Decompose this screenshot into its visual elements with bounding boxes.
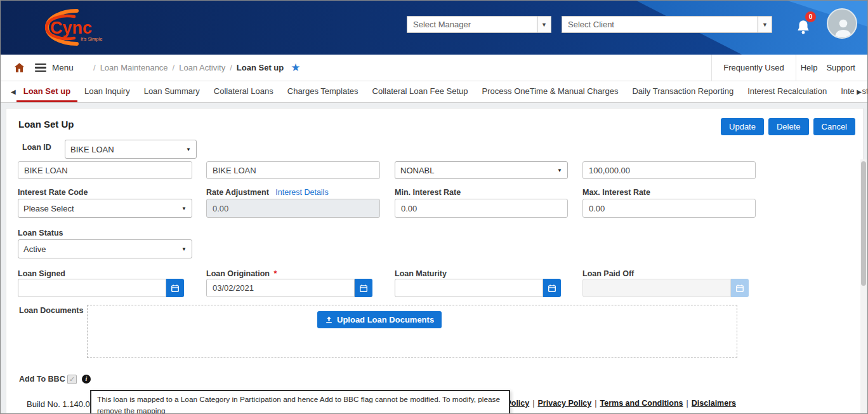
tab-process-onetime-manual-charges[interactable]: Process OneTime & Manual Charges [475,81,626,102]
client-select[interactable]: Select Client ▼ [562,16,772,33]
chevron-down-icon: ▼ [186,147,191,152]
max-interest-rate-field[interactable] [582,199,756,218]
tab-interest-recalculation[interactable]: Interest Recalculation [740,81,834,102]
app-window: Cync It's Simple Select Manager ▼ Select… [0,0,868,414]
min-interest-rate-field[interactable] [395,199,568,218]
required-asterisk: * [273,269,277,278]
loan-id-select-value: BIKE LOAN [70,145,114,154]
footer-divider: | [532,399,534,408]
loan-signed-label: Loan Signed [18,269,65,278]
footer-links: Security Policy | Privacy Policy | Terms… [473,399,736,408]
upload-loan-documents-button[interactable]: Upload Loan Documents [317,311,442,328]
loan-id-label: Loan ID [22,143,51,152]
loan-maturity-date-input[interactable] [395,279,543,297]
loan-maturity-date-group [395,279,561,297]
tab-scroll-left-icon[interactable]: ◀ [11,88,16,95]
tab-loan-inquiry[interactable]: Loan Inquiry [77,81,137,102]
footer-divider: | [595,399,596,408]
disclaimers-link[interactable]: Disclaimers [692,399,736,408]
loan-signed-date-input[interactable] [18,279,166,297]
loan-origination-date-group [206,279,372,297]
logo-tagline: It's Simple [81,36,102,42]
rate-adjustment-label-text: Rate Adjustment [206,188,269,197]
tab-daily-transaction-reporting[interactable]: Daily Transaction Reporting [625,81,740,102]
interest-rate-code-value: Please Select [23,204,74,213]
favorite-star-icon[interactable]: ★ [291,61,300,74]
breadcrumb-separator: / [230,63,232,72]
tab-interest-truncated[interactable]: Interest P [834,81,867,102]
hamburger-icon [35,63,46,72]
loan-paid-off-label: Loan Paid Off [582,269,634,278]
page-title: Loan Set Up [18,119,74,130]
add-to-bbc-label: Add To BBC [19,375,65,384]
loan-type-select-value: NONABL [400,166,434,175]
menu-button[interactable]: Menu [35,55,74,81]
panel-action-buttons: Update Delete Cancel [721,118,855,135]
interest-details-link[interactable]: Interest Details [275,188,328,197]
breadcrumb-current-page: Loan Set up [237,63,284,72]
build-number: Build No. 1.140.0 [27,399,90,409]
tab-charges-templates[interactable]: Charges Templates [280,81,365,102]
tab-loan-set-up[interactable]: Loan Set up [16,81,77,102]
tab-scroll-right-icon[interactable]: ▶ [854,88,862,95]
loan-status-select[interactable]: Active ▼ [18,239,192,258]
loan-origination-date-input[interactable] [206,279,355,297]
interest-rate-code-label: Interest Rate Code [18,188,88,197]
svg-text:Cync: Cync [50,18,92,37]
cancel-button[interactable]: Cancel [813,118,855,135]
manager-select-value: Select Manager [407,20,537,29]
help-link[interactable]: Help [796,63,822,72]
home-icon[interactable] [13,62,25,76]
upload-icon [325,316,333,324]
menu-label: Menu [52,63,74,72]
rate-adjustment-field [206,199,380,218]
tab-collateral-loan-fee-setup[interactable]: Collateral Loan Fee Setup [365,81,475,102]
loan-signed-date-group [18,279,184,297]
loan-origination-label-text: Loan Origination [206,269,270,278]
loan-setup-panel: Loan Set Up Update Delete Cancel Loan ID… [6,108,864,414]
breadcrumb: / Loan Maintenance / Loan Activity / Loa… [93,55,301,81]
vertical-scrollbar-track[interactable] [860,159,867,414]
min-interest-rate-label: Min. Interest Rate [395,188,461,197]
tab-collateral-loans[interactable]: Collateral Loans [207,81,280,102]
loan-amount-field[interactable] [582,161,756,179]
loan-maturity-label: Loan Maturity [395,269,447,278]
breadcrumb-loan-activity[interactable]: Loan Activity [179,63,225,72]
loan-paid-off-date-input [582,279,731,297]
vertical-scrollbar-thumb[interactable] [861,161,866,286]
notification-bell-icon[interactable]: 0 [793,17,815,38]
terms-and-conditions-link[interactable]: Terms and Conditions [600,399,683,408]
interest-rate-code-select[interactable]: Please Select ▼ [18,199,192,218]
loan-id-select[interactable]: BIKE LOAN ▼ [65,140,197,159]
support-link[interactable]: Support [822,63,860,72]
chevron-down-icon: ▼ [537,17,551,32]
loan-origination-calendar-icon[interactable] [355,279,372,297]
loan-name-field[interactable] [18,161,192,179]
loan-origination-label: Loan Origination * [206,269,277,278]
breadcrumb-loan-maintenance[interactable]: Loan Maintenance [100,63,168,72]
loan-signed-calendar-icon[interactable] [166,279,184,297]
update-button[interactable]: Update [721,118,764,135]
frequently-used-link[interactable]: Frequently Used [711,55,796,81]
loan-maturity-calendar-icon[interactable] [543,279,561,297]
cync-logo: Cync It's Simple [27,6,110,50]
privacy-policy-link[interactable]: Privacy Policy [538,399,592,408]
loan-type-select[interactable]: NONABL ▼ [395,161,568,179]
loan-documents-label: Loan Documents [19,306,83,315]
avatar[interactable] [827,8,857,39]
chevron-down-icon: ▼ [181,206,187,211]
tab-loan-summary[interactable]: Loan Summary [137,81,207,102]
max-interest-rate-label: Max. Interest Rate [582,188,650,197]
loan-paid-off-date-group [582,279,749,297]
loan-paid-off-calendar-icon [731,279,749,297]
delete-button[interactable]: Delete [768,118,809,135]
breadcrumb-separator: / [173,63,175,72]
nav-right-links: Frequently Used Help Support [711,55,860,81]
chevron-down-icon: ▼ [557,168,562,173]
loan-description-field[interactable] [206,161,380,179]
chevron-down-icon: ▼ [758,17,772,32]
client-select-value: Select Client [562,20,758,29]
info-icon[interactable]: i [82,375,91,384]
manager-select[interactable]: Select Manager ▼ [407,16,551,33]
loan-documents-dropzone[interactable]: Upload Loan Documents [87,305,737,358]
